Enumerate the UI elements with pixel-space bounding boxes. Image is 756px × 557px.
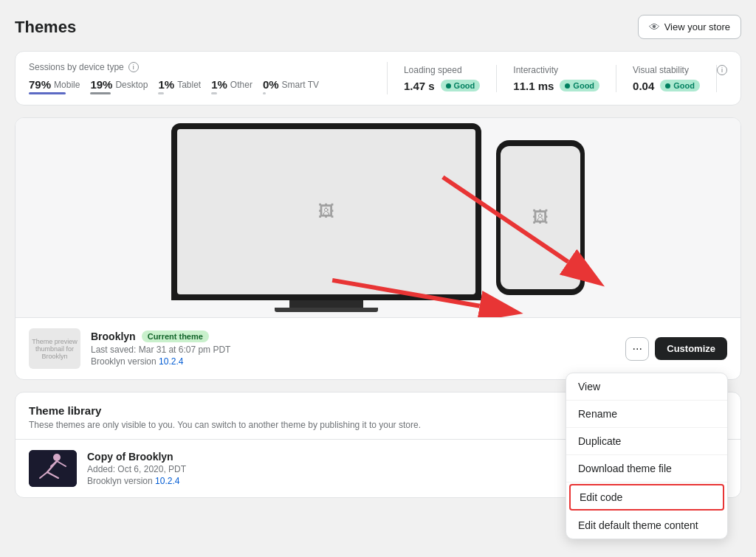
library-thumb — [29, 450, 77, 487]
device-mobile: 79% Mobile — [29, 78, 80, 94]
interactivity-badge: Good — [560, 80, 599, 91]
smarttv-pct: 0% — [263, 78, 279, 91]
other-bar — [211, 92, 217, 94]
dropdown-item-edit-code[interactable]: Edit code — [569, 484, 724, 511]
eye-icon: 👁 — [649, 21, 660, 33]
theme-details: Brooklyn Current theme Last saved: Mar 3… — [91, 331, 615, 367]
device-tablet: 1% Tablet — [158, 78, 201, 94]
sessions-section: Sessions by device type i 79% Mobile 19%… — [29, 62, 388, 94]
metric-interactivity: Interactivity 11.1 ms Good — [497, 65, 616, 92]
laptop-screen: 🖼 — [177, 129, 475, 294]
laptop-placeholder-icon: 🖼 — [318, 202, 334, 221]
theme-customize-button[interactable]: Customize — [655, 337, 727, 360]
metrics-info-icon[interactable]: i — [717, 65, 727, 75]
theme-version-link[interactable]: 10.2.4 — [159, 356, 183, 367]
sessions-label: Sessions by device type — [29, 62, 124, 72]
visual-stability-badge: Good — [660, 80, 700, 91]
dropdown-menu: View Rename Duplicate Download theme fil… — [566, 373, 728, 539]
tablet-bar — [158, 92, 164, 94]
laptop-frame: 🖼 — [171, 123, 481, 300]
interactivity-label: Interactivity — [513, 65, 599, 75]
theme-info-row: Theme preview thumbnail for Brooklyn Bro… — [16, 317, 740, 379]
current-theme-badge: Current theme — [142, 331, 209, 342]
other-label: Other — [230, 80, 252, 90]
interactivity-value: 11.1 ms — [513, 80, 554, 92]
dropdown-item-edit-default[interactable]: Edit default theme content — [566, 512, 727, 539]
device-smarttv: 0% Smart TV — [263, 78, 319, 94]
metric-loading-speed: Loading speed 1.47 s Good — [388, 65, 497, 92]
loading-speed-label: Loading speed — [404, 65, 480, 75]
device-stats: 79% Mobile 19% Desktop 1% Tablet — [29, 78, 372, 94]
theme-name: Brooklyn — [91, 331, 136, 342]
library-item-added: Added: Oct 6, 2020, PDT — [87, 464, 645, 474]
theme-thumbnail: Theme preview thumbnail for Brooklyn — [29, 328, 80, 369]
other-pct: 1% — [211, 78, 227, 91]
loading-speed-badge: Good — [441, 80, 481, 91]
stats-card: Sessions by device type i 79% Mobile 19%… — [15, 51, 741, 105]
library-header-text: Theme library These themes are only visi… — [29, 404, 421, 430]
visual-stability-dot — [665, 83, 670, 89]
laptop-stand — [289, 300, 363, 308]
metric-visual-stability: Visual stability 0.04 Good — [616, 65, 717, 92]
desktop-label: Desktop — [115, 80, 148, 90]
tablet-label: Tablet — [177, 80, 201, 90]
loading-speed-value: 1.47 s — [404, 80, 435, 92]
visual-stability-value: 0.04 — [633, 80, 654, 92]
interactivity-dot — [565, 83, 570, 89]
library-item-name: Copy of Brooklyn — [87, 451, 645, 463]
metrics-section: Loading speed 1.47 s Good Interactivity … — [388, 65, 727, 92]
tablet-pct: 1% — [158, 78, 174, 91]
smarttv-label: Smart TV — [282, 80, 319, 90]
theme-more-button[interactable]: ··· — [625, 337, 649, 361]
svg-point-5 — [53, 454, 61, 461]
theme-version: Brooklyn version 10.2.4 — [91, 356, 615, 367]
theme-preview-card: 🖼 🖼 — [15, 117, 741, 380]
device-desktop: 19% Desktop — [90, 78, 148, 94]
theme-actions: ··· Customize — [625, 337, 727, 361]
library-version-link[interactable]: 10.2.4 — [155, 476, 179, 486]
mobile-pct: 79% — [29, 78, 51, 91]
library-item-details: Copy of Brooklyn Added: Oct 6, 2020, PDT… — [87, 451, 645, 486]
svg-rect-4 — [29, 450, 77, 487]
theme-thumbnail-text: Theme preview thumbnail for Brooklyn — [32, 338, 78, 360]
smarttv-bar — [263, 92, 266, 94]
phone-frame: 🖼 — [496, 140, 585, 295]
preview-area: 🖼 🖼 — [16, 118, 740, 317]
desktop-bar — [90, 92, 111, 94]
dropdown-item-duplicate[interactable]: Duplicate — [566, 428, 727, 455]
loading-dot — [446, 83, 451, 89]
laptop-base — [275, 308, 378, 312]
theme-last-saved: Last saved: Mar 31 at 6:07 pm PDT — [91, 345, 615, 355]
library-title: Theme library — [29, 404, 421, 417]
mobile-bar — [29, 92, 66, 94]
device-other: 1% Other — [211, 78, 252, 94]
dropdown-item-view[interactable]: View — [566, 373, 727, 401]
view-store-button[interactable]: 👁 View your store — [638, 15, 741, 39]
desktop-pct: 19% — [90, 78, 112, 91]
mobile-label: Mobile — [54, 80, 80, 90]
sessions-info-icon[interactable]: i — [128, 62, 139, 72]
page-title: Themes — [15, 18, 76, 37]
library-desc: These themes are only visible to you. Yo… — [29, 420, 421, 430]
visual-stability-label: Visual stability — [633, 65, 700, 75]
phone-placeholder-icon: 🖼 — [532, 208, 549, 227]
library-item-version: Brooklyn version 10.2.4 — [87, 476, 645, 486]
dropdown-item-rename[interactable]: Rename — [566, 401, 727, 428]
phone-screen: 🖼 — [501, 146, 580, 289]
dropdown-item-download[interactable]: Download theme file — [566, 455, 727, 482]
